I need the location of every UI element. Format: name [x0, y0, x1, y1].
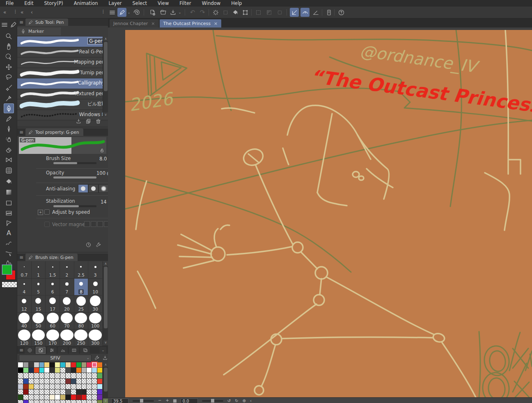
color-swatch[interactable]: [76, 362, 81, 367]
color-slider-tab-icon[interactable]: [47, 347, 57, 354]
tool-frame-border[interactable]: [4, 198, 14, 208]
tool-eyedropper[interactable]: [4, 93, 14, 103]
expand-icon[interactable]: +: [38, 210, 43, 215]
color-swatch[interactable]: [82, 368, 87, 373]
document-tab[interactable]: Jennox Chapter ×: [110, 19, 159, 27]
transparent-color-swatch[interactable]: [2, 282, 17, 288]
color-swatch[interactable]: [71, 362, 76, 367]
color-swatch[interactable]: [60, 384, 65, 389]
color-swatch[interactable]: [29, 389, 34, 394]
opacity-value[interactable]: 100 ▲▼: [96, 170, 109, 176]
color-swatch[interactable]: [76, 395, 81, 400]
transform-frame-icon[interactable]: [241, 8, 250, 17]
tool-airbrush[interactable]: [4, 134, 14, 144]
color-swatch[interactable]: [60, 400, 65, 403]
color-swatch[interactable]: [29, 373, 34, 378]
tool-gradient[interactable]: [4, 187, 14, 197]
brush-size-slider[interactable]: [53, 162, 96, 164]
panel-handle-icon[interactable]: ⦙: [15, 9, 15, 14]
edit-color-set-icon[interactable]: [94, 355, 100, 361]
tool-lasso[interactable]: [4, 72, 14, 82]
color-swatch[interactable]: [97, 373, 102, 378]
color-swatch[interactable]: [71, 400, 76, 403]
rotation-slider[interactable]: [202, 400, 223, 402]
tool-move[interactable]: [4, 62, 14, 72]
rotate-left-icon[interactable]: ↺: [227, 398, 231, 403]
close-tab-icon[interactable]: ×: [214, 21, 218, 26]
new-canvas-icon[interactable]: [148, 8, 157, 17]
color-swatch[interactable]: [82, 400, 87, 403]
color-swatch[interactable]: [71, 389, 76, 394]
color-swatch[interactable]: [55, 362, 60, 367]
color-swatch[interactable]: [23, 362, 28, 367]
tool-zoom[interactable]: [4, 31, 14, 41]
color-swatch[interactable]: [55, 384, 60, 389]
color-swatch[interactable]: [82, 362, 87, 367]
color-swatch[interactable]: [60, 379, 65, 384]
selection-rect-icon[interactable]: [254, 8, 263, 17]
opacity-slider[interactable]: [53, 176, 96, 179]
color-swatch[interactable]: [34, 395, 39, 400]
color-swatch[interactable]: [18, 400, 23, 403]
color-swatch[interactable]: [76, 400, 81, 403]
color-swatch[interactable]: [39, 373, 44, 378]
color-swatch[interactable]: [18, 373, 23, 378]
brush-size-option[interactable]: 15: [32, 295, 46, 312]
canvas[interactable]: @ordnance_IV 2026 “The Outcast Princess”: [125, 30, 532, 397]
anti-aliasing-weak[interactable]: [88, 184, 99, 193]
brush-size-option[interactable]: 170: [46, 330, 60, 346]
color-swatch[interactable]: [50, 400, 55, 403]
brush-size-option[interactable]: 50: [32, 313, 46, 330]
menu-item[interactable]: Story(P): [44, 0, 63, 6]
color-swatch[interactable]: [71, 373, 76, 378]
fit-to-screen-icon[interactable]: [173, 399, 177, 403]
color-swatch[interactable]: [34, 368, 39, 373]
rotation-value-field[interactable]: 0.0: [181, 398, 198, 403]
color-swatch[interactable]: [82, 389, 87, 394]
color-swatch[interactable]: [97, 368, 102, 373]
color-swatch[interactable]: [34, 362, 39, 367]
tool-fill[interactable]: [4, 176, 14, 186]
duplicate-subtool-icon[interactable]: [85, 118, 92, 124]
tool-stream-line[interactable]: [4, 248, 14, 258]
brush-size-option[interactable]: 8: [74, 279, 88, 295]
collapse-arrow-icon[interactable]: ‹: [31, 10, 33, 15]
vector-magnet-option[interactable]: [84, 221, 90, 227]
color-swatch[interactable]: [39, 379, 44, 384]
brush-size-option[interactable]: 120: [17, 330, 31, 346]
color-swatch[interactable]: [29, 395, 34, 400]
menu-item[interactable]: File: [6, 0, 14, 6]
brush-item[interactable]: ビル窓b: [17, 99, 108, 110]
color-swatch[interactable]: [29, 400, 34, 403]
save-dropdown-icon[interactable]: ⌄: [177, 8, 182, 17]
delete-subtool-icon[interactable]: [95, 118, 101, 124]
brush-size-option[interactable]: 17: [46, 295, 60, 312]
color-swatch[interactable]: [87, 400, 92, 403]
selection-round-icon[interactable]: [275, 8, 284, 17]
color-swatch[interactable]: [18, 379, 23, 384]
color-swatch[interactable]: [76, 389, 81, 394]
color-swatch[interactable]: [23, 400, 28, 403]
tool-text[interactable]: A: [4, 228, 14, 238]
color-swatch[interactable]: [82, 379, 87, 384]
import-subtool-icon[interactable]: [76, 118, 82, 124]
fill-preview-icon[interactable]: [231, 8, 240, 17]
color-swatch[interactable]: [97, 379, 102, 384]
color-wheel-tab-icon[interactable]: [25, 347, 34, 354]
color-swatch[interactable]: [55, 395, 60, 400]
color-swatch[interactable]: [60, 373, 65, 378]
color-swatch[interactable]: [71, 395, 76, 400]
brush-size-option[interactable]: 25: [74, 295, 88, 312]
tool-polyline[interactable]: [4, 218, 14, 228]
foreground-color-swatch[interactable]: [2, 265, 12, 275]
color-swatch[interactable]: [44, 384, 49, 389]
menu-item[interactable]: Edit: [24, 0, 33, 6]
snap-ruler-icon[interactable]: [290, 8, 299, 17]
color-swatch[interactable]: [44, 389, 49, 394]
brush-size-option[interactable]: 12: [17, 295, 31, 312]
menu-item[interactable]: Animation: [74, 0, 98, 6]
color-swatch[interactable]: [29, 368, 34, 373]
color-swatch[interactable]: [71, 379, 76, 384]
tool-curve[interactable]: [4, 238, 14, 248]
color-set-select[interactable]: SFIV ⌄: [19, 355, 92, 362]
